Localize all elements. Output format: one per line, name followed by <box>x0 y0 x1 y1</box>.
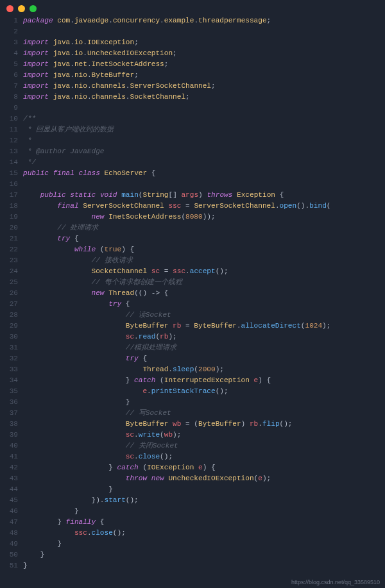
line-source: SocketChannel sc = ssc.accept(); <box>19 266 228 277</box>
code-line: 4import java.io.UncheckedIOException; <box>0 48 385 59</box>
line-number: 4 <box>0 48 19 59</box>
close-icon[interactable] <box>6 5 13 12</box>
line-source: import java.nio.channels.ServerSocketCha… <box>19 81 216 92</box>
code-line: 8import java.nio.channels.SocketChannel; <box>0 92 385 103</box>
code-block: 1package com.javaedge.concurrency.exampl… <box>0 13 385 571</box>
line-number: 10 <box>0 113 19 124</box>
line-number: 35 <box>0 386 19 397</box>
line-source: try { <box>19 299 130 310</box>
code-line: 51} <box>0 560 385 571</box>
line-source <box>19 103 28 113</box>
line-source: e.printStackTrace(); <box>19 386 228 397</box>
line-source: } <box>19 550 44 560</box>
watermark: https://blog.csdn.net/qq_33589510 <box>291 579 380 585</box>
code-line: 31 //模拟处理请求 <box>0 342 385 353</box>
line-number: 24 <box>0 266 19 277</box>
line-number: 39 <box>0 430 19 441</box>
code-line: 11 * 回显从客户端收到的数据 <box>0 124 385 135</box>
line-source: // 接收请求 <box>19 255 133 266</box>
code-line: 27 try { <box>0 299 385 310</box>
code-line: 30 sc.read(rb); <box>0 332 385 342</box>
code-line: 13 * @author JavaEdge <box>0 146 385 157</box>
code-line: 21 try { <box>0 233 385 244</box>
code-line: 5import java.net.InetSocketAddress; <box>0 59 385 70</box>
code-window: 1package com.javaedge.concurrency.exampl… <box>0 0 385 588</box>
line-source: new InetSocketAddress(8080)); <box>19 212 216 223</box>
line-number: 13 <box>0 146 19 157</box>
code-line: 34 } catch (InterruptedException e) { <box>0 375 385 386</box>
code-line: 33 Thread.sleep(2000); <box>0 364 385 375</box>
code-line: 50 } <box>0 550 385 560</box>
line-number: 15 <box>0 168 19 179</box>
line-number: 17 <box>0 190 19 201</box>
code-line: 7import java.nio.channels.ServerSocketCh… <box>0 81 385 92</box>
line-source: }).start(); <box>19 495 139 506</box>
line-source: // 每个请求都创建一个线程 <box>19 277 182 288</box>
code-line: 35 e.printStackTrace(); <box>0 386 385 397</box>
line-source: sc.write(wb); <box>19 430 181 441</box>
code-line: 46 } <box>0 506 385 517</box>
line-number: 47 <box>0 517 19 528</box>
code-line: 29 ByteBuffer rb = ByteBuffer.allocateDi… <box>0 321 385 332</box>
line-number: 30 <box>0 332 19 342</box>
line-number: 37 <box>0 408 19 419</box>
code-line: 16 <box>0 179 385 190</box>
line-number: 44 <box>0 484 19 495</box>
code-line: 14 */ <box>0 157 385 168</box>
line-source: //模拟处理请求 <box>19 342 176 353</box>
line-number: 48 <box>0 528 19 539</box>
code-line: 49 } <box>0 539 385 550</box>
code-line: 47 } finally { <box>0 517 385 528</box>
line-source: try { <box>19 353 147 364</box>
line-source: throw new UncheckedIOException(e); <box>19 473 271 484</box>
code-line: 40 // 关闭Socket <box>0 441 385 451</box>
line-source: while (true) { <box>19 244 134 255</box>
line-source: // 读Socket <box>19 310 171 321</box>
line-source: /** <box>19 113 36 124</box>
code-line: 39 sc.write(wb); <box>0 430 385 441</box>
line-source: */ <box>19 157 36 168</box>
code-line: 26 new Thread(() -> { <box>0 288 385 299</box>
code-line: 48 ssc.close(); <box>0 528 385 539</box>
line-source: sc.close(); <box>19 451 173 462</box>
line-number: 36 <box>0 397 19 408</box>
code-line: 45 }).start(); <box>0 495 385 506</box>
code-line: 44 } <box>0 484 385 495</box>
zoom-icon[interactable] <box>30 5 37 12</box>
code-line: 3import java.io.IOException; <box>0 37 385 48</box>
line-source: } <box>19 560 28 571</box>
code-line: 17 public static void main(String[] args… <box>0 190 385 201</box>
line-number: 51 <box>0 560 19 571</box>
code-line: 43 throw new UncheckedIOException(e); <box>0 473 385 484</box>
minimize-icon[interactable] <box>18 5 25 12</box>
code-line: 1package com.javaedge.concurrency.exampl… <box>0 15 385 26</box>
line-source: ByteBuffer rb = ByteBuffer.allocateDirec… <box>19 321 330 332</box>
line-number: 41 <box>0 451 19 462</box>
line-number: 7 <box>0 81 19 92</box>
line-source: } catch (InterruptedException e) { <box>19 375 271 386</box>
line-source <box>19 26 28 37</box>
line-source <box>19 179 28 190</box>
line-source: import java.io.UncheckedIOException; <box>19 48 177 59</box>
line-source: import java.net.InetSocketAddress; <box>19 59 168 70</box>
code-line: 24 SocketChannel sc = ssc.accept(); <box>0 266 385 277</box>
line-number: 46 <box>0 506 19 517</box>
line-number: 26 <box>0 288 19 299</box>
code-line: 9 <box>0 103 385 113</box>
line-number: 6 <box>0 70 19 81</box>
line-number: 43 <box>0 473 19 484</box>
line-number: 38 <box>0 419 19 430</box>
line-source: ByteBuffer wb = (ByteBuffer) rb.flip(); <box>19 419 293 430</box>
line-source: // 关闭Socket <box>19 441 178 451</box>
line-number: 31 <box>0 342 19 353</box>
line-source: // 处理请求 <box>19 223 98 233</box>
code-line: 38 ByteBuffer wb = (ByteBuffer) rb.flip(… <box>0 419 385 430</box>
code-line: 19 new InetSocketAddress(8080)); <box>0 212 385 223</box>
line-number: 18 <box>0 201 19 212</box>
line-source: import java.nio.channels.SocketChannel; <box>19 92 190 103</box>
code-line: 18 final ServerSocketChannel ssc = Serve… <box>0 201 385 212</box>
code-line: 12 * <box>0 135 385 146</box>
line-source: } <box>19 397 130 408</box>
line-number: 11 <box>0 124 19 135</box>
code-line: 20 // 处理请求 <box>0 223 385 233</box>
